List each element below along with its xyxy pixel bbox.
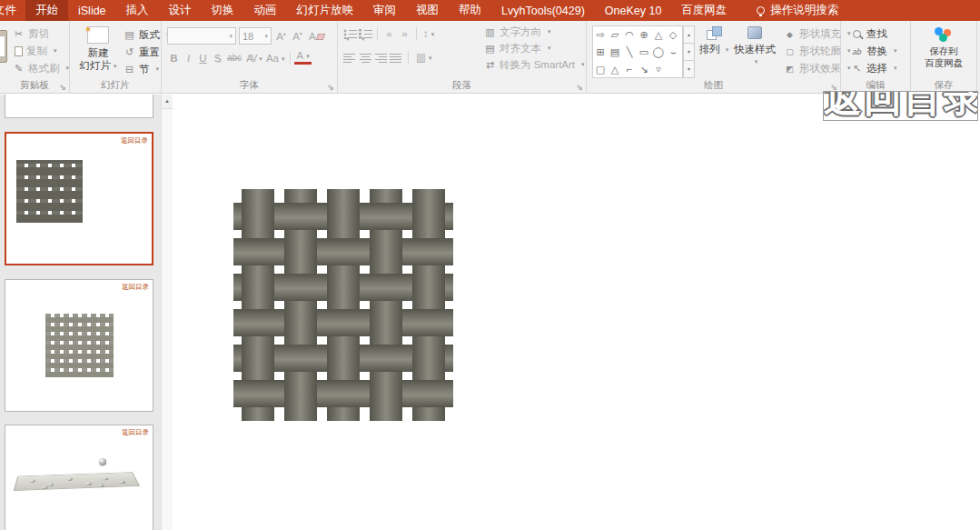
increase-indent-button[interactable]: »	[398, 28, 411, 39]
shape-arrow[interactable]: ⇨	[593, 26, 608, 44]
tab-review[interactable]: 审阅	[363, 0, 406, 21]
align-left-button[interactable]	[343, 53, 356, 63]
decrease-indent-button[interactable]: «	[382, 28, 396, 39]
tab-home[interactable]: 开始	[25, 0, 68, 21]
align-text-button[interactable]: ▤对齐文本	[481, 41, 588, 56]
shape-rectangle[interactable]: ▭	[637, 44, 651, 61]
font-size-combobox[interactable]: 18	[239, 27, 272, 45]
line-spacing-button[interactable]: ↕	[421, 28, 436, 39]
slide-thumbnail-4[interactable]: 返回目录	[5, 425, 153, 530]
slide-thumbnail-1[interactable]	[5, 95, 153, 118]
tab-help[interactable]: 帮助	[449, 0, 491, 21]
reset-icon: ↺	[124, 46, 135, 58]
change-case-button[interactable]: Aa	[264, 53, 287, 64]
group-slides: ★ 新建 幻灯片 ▤版式 ↺重置 ⊟节 幻灯片	[70, 21, 162, 93]
numbering-button[interactable]	[359, 29, 372, 39]
shape-square[interactable]: ▢	[593, 61, 608, 78]
gallery-more-button[interactable]: ▾	[683, 61, 695, 78]
font-dialog-launcher[interactable]: ⇘	[327, 83, 334, 92]
slide-thumbnail-2-selected[interactable]: 返回目录	[5, 132, 153, 265]
group-label-font: 字体	[162, 79, 337, 92]
align-right-button[interactable]	[374, 53, 387, 63]
editing-buttons: 查找 ab替换 ↖选择	[848, 26, 900, 76]
font-color-button[interactable]: A	[294, 51, 311, 65]
italic-button[interactable]: I	[182, 53, 195, 64]
tab-islide[interactable]: iSlide	[68, 0, 116, 21]
group-label-editing: 编辑	[841, 79, 910, 92]
new-slide-button[interactable]: ★ 新建 幻灯片	[76, 25, 120, 74]
shape-elbow[interactable]: ⌐	[622, 61, 637, 78]
convert-to-smartart-button[interactable]: ⇄转换为 SmartArt	[481, 57, 588, 73]
text-direction-button[interactable]: ▥文字方向	[481, 25, 588, 40]
weave-strip	[233, 380, 453, 407]
clipboard-dialog-launcher[interactable]: ⇘	[59, 83, 66, 92]
cut-button[interactable]: ✂剪切	[10, 26, 72, 42]
tab-file[interactable]: 文件	[0, 0, 25, 21]
shape-curve[interactable]: ⌣	[666, 44, 680, 61]
divider	[290, 52, 291, 65]
text-shadow-button[interactable]: S	[211, 53, 224, 64]
paste-button[interactable]	[0, 30, 7, 63]
shape-line[interactable]: ╲	[622, 44, 637, 61]
find-button[interactable]: 查找	[848, 26, 900, 42]
weave-pattern[interactable]	[242, 203, 461, 436]
tab-baidu-netdisk[interactable]: 百度网盘	[671, 0, 737, 21]
bold-button[interactable]: B	[167, 53, 181, 64]
character-spacing-button[interactable]: AV	[244, 53, 263, 64]
shape-outline-icon: ▢	[784, 47, 796, 56]
scroll-up-button[interactable]: ▲	[162, 95, 173, 109]
thumbnail-scrollbar[interactable]: ▲	[161, 95, 173, 530]
weave-strip	[242, 343, 274, 374]
shapes-row: ⇨ ▱ ◠ ⊕ △ ◇	[593, 26, 682, 44]
shapes-gallery: ⇨ ▱ ◠ ⊕ △ ◇ ⊞ ▤ ╲ ▭ ◯ ⌣ ▢ △ ⌐ ↘ ▿	[592, 25, 683, 78]
clear-formatting-button[interactable]: A	[307, 31, 326, 42]
increase-font-size-button[interactable]: A	[274, 30, 288, 42]
tell-me-search[interactable]: 操作说明搜索	[749, 0, 846, 21]
font-name-combobox[interactable]	[167, 27, 236, 45]
shape-more[interactable]: ▿	[651, 61, 666, 78]
format-painter-button[interactable]: ✎格式刷	[10, 61, 72, 76]
save-to-baidu-button[interactable]: 保存到 百度网盘	[911, 26, 976, 69]
gallery-down-button[interactable]: ▾	[683, 44, 695, 61]
copy-icon	[15, 46, 23, 56]
paragraph-dialog-launcher[interactable]: ⇘	[576, 83, 583, 92]
decrease-font-size-button[interactable]: A	[291, 30, 304, 42]
tab-design[interactable]: 设计	[159, 0, 202, 21]
group-label-drawing: 绘图	[587, 79, 840, 92]
shape-circle-plus[interactable]: ⊕	[637, 26, 651, 44]
replace-icon: ab	[851, 47, 863, 56]
shape-shaded-box[interactable]: ▤	[608, 44, 622, 61]
columns-button[interactable]: ▥	[414, 51, 433, 64]
slide-thumbnail-3[interactable]: 返回目录	[5, 279, 153, 412]
strikethrough-button[interactable]: abc	[225, 53, 243, 63]
shape-diamond[interactable]: ◇	[666, 26, 680, 44]
tab-transitions[interactable]: 切换	[202, 0, 244, 21]
tab-slideshow[interactable]: 幻灯片放映	[287, 0, 364, 21]
shape-isoceles-triangle[interactable]: △	[608, 61, 622, 78]
justify-button[interactable]	[390, 53, 402, 63]
tab-lvyhtools[interactable]: LvyhTools(0429)	[491, 0, 595, 21]
copy-button[interactable]: 复制	[10, 44, 72, 59]
slide-canvas[interactable]	[173, 95, 980, 530]
tab-onekey[interactable]: OneKey 10	[595, 0, 672, 21]
bullets-button[interactable]	[343, 29, 357, 39]
align-center-button[interactable]	[359, 53, 371, 63]
gallery-up-button[interactable]: ▴	[683, 25, 695, 44]
lightbulb-icon	[757, 6, 765, 15]
shape-parallelogram[interactable]: ▱	[608, 26, 622, 44]
weave-strip	[327, 343, 360, 374]
shape-triangle[interactable]: △	[651, 26, 666, 44]
replace-button[interactable]: ab替换	[848, 44, 900, 59]
tab-view[interactable]: 视图	[406, 0, 449, 21]
arrange-button[interactable]: 排列	[698, 25, 730, 56]
underline-button[interactable]: U	[196, 53, 210, 64]
corner-textbox[interactable]: 返回目录	[823, 91, 978, 121]
shape-arrow-diagonal[interactable]: ↘	[637, 61, 651, 78]
shape-textbox[interactable]: ⊞	[593, 44, 608, 61]
tab-animations[interactable]: 动画	[244, 0, 287, 21]
tab-insert[interactable]: 插入	[116, 0, 159, 21]
quick-styles-button[interactable]: 快速样式	[732, 25, 777, 68]
shape-arc[interactable]: ◠	[622, 26, 637, 44]
shape-oval[interactable]: ◯	[651, 44, 666, 61]
select-button[interactable]: ↖选择	[848, 61, 900, 76]
